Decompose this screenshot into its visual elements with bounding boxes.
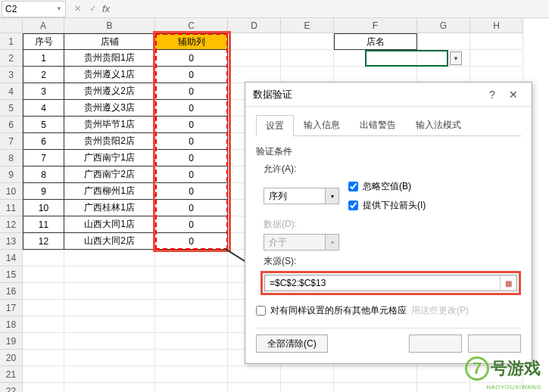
cell[interactable]: 11 <box>23 216 64 233</box>
cell[interactable] <box>64 300 155 316</box>
cell[interactable] <box>334 50 417 67</box>
cell[interactable]: 5 <box>23 117 64 133</box>
cell[interactable] <box>155 383 228 392</box>
cell[interactable]: 序号 <box>23 33 64 50</box>
cell[interactable]: 贵州遵义1店 <box>64 67 155 83</box>
column-header-b[interactable]: B <box>64 18 155 33</box>
cell[interactable]: 0 <box>155 83 228 100</box>
cell[interactable] <box>228 67 281 83</box>
cell[interactable] <box>23 350 64 366</box>
column-header-d[interactable]: D <box>228 18 281 33</box>
cell[interactable]: 山西大同2店 <box>64 233 155 250</box>
ok-button[interactable] <box>409 334 462 353</box>
cell[interactable] <box>417 50 470 67</box>
cell[interactable] <box>470 50 523 67</box>
cell[interactable] <box>417 33 470 50</box>
row-header[interactable]: 12 <box>0 216 23 233</box>
cell[interactable]: 4 <box>23 100 64 117</box>
dropdown-arrow-icon[interactable]: ▼ <box>450 51 462 65</box>
row-header[interactable]: 3 <box>0 67 23 83</box>
chevron-down-icon[interactable]: ▼ <box>56 5 62 12</box>
column-header-f[interactable]: F <box>334 18 417 33</box>
cell[interactable]: 0 <box>155 133 228 150</box>
row-header[interactable]: 11 <box>0 200 23 216</box>
range-picker-icon[interactable]: ▦ <box>500 275 516 291</box>
row-header[interactable]: 16 <box>0 283 23 300</box>
cell[interactable]: 0 <box>155 150 228 166</box>
cell[interactable] <box>23 366 64 383</box>
cell[interactable] <box>23 316 64 333</box>
ignore-blank-checkbox[interactable]: 忽略空值(B) <box>348 180 426 193</box>
row-header[interactable]: 14 <box>0 250 23 266</box>
row-header[interactable]: 19 <box>0 333 23 350</box>
cell[interactable] <box>64 350 155 366</box>
row-header[interactable]: 7 <box>0 133 23 150</box>
in-cell-dropdown-checkbox[interactable]: 提供下拉箭头(I) <box>348 199 426 212</box>
help-icon[interactable]: ? <box>482 89 503 101</box>
cell[interactable]: 0 <box>155 166 228 183</box>
row-header[interactable]: 5 <box>0 100 23 117</box>
chevron-down-icon[interactable]: ▾ <box>325 188 338 204</box>
cell[interactable] <box>155 266 228 283</box>
cell[interactable] <box>417 67 470 83</box>
cell[interactable]: 0 <box>155 233 228 250</box>
cell[interactable] <box>470 67 523 83</box>
tab-settings[interactable]: 设置 <box>256 115 294 136</box>
cell[interactable] <box>228 33 281 50</box>
cell[interactable]: 店铺 <box>64 33 155 50</box>
tab-input-message[interactable]: 输入信息 <box>294 114 350 135</box>
cell[interactable]: 9 <box>23 183 64 200</box>
cell[interactable] <box>281 50 334 67</box>
cell[interactable] <box>23 266 64 283</box>
cell[interactable]: 7 <box>23 150 64 166</box>
cell[interactable]: 0 <box>155 200 228 216</box>
cell[interactable] <box>228 366 281 383</box>
column-header-c[interactable]: C <box>155 18 228 33</box>
close-icon[interactable]: ✕ <box>503 89 524 101</box>
cell[interactable] <box>64 250 155 266</box>
cell[interactable] <box>64 283 155 300</box>
row-header[interactable]: 21 <box>0 366 23 383</box>
cell[interactable]: 辅助列 <box>155 33 228 50</box>
cell[interactable] <box>228 383 281 392</box>
cell[interactable] <box>281 383 334 392</box>
cell[interactable] <box>64 266 155 283</box>
cell[interactable] <box>64 366 155 383</box>
cell[interactable]: 店名 <box>334 33 417 50</box>
cell[interactable]: 广西桂林1店 <box>64 200 155 216</box>
tab-error-alert[interactable]: 出错警告 <box>350 114 406 135</box>
row-header[interactable]: 8 <box>0 150 23 166</box>
row-header[interactable]: 18 <box>0 316 23 333</box>
apply-all-checkbox[interactable]: 对有同样设置的所有其他单元格应用这些更改(P) <box>256 304 521 317</box>
checkbox-input[interactable] <box>348 201 358 210</box>
cell[interactable] <box>281 366 334 383</box>
column-header-e[interactable]: E <box>281 18 334 33</box>
cell[interactable]: 0 <box>155 100 228 117</box>
cell[interactable]: 贵州遵义3店 <box>64 100 155 117</box>
cell[interactable]: 广西南宁1店 <box>64 150 155 166</box>
cell[interactable] <box>281 67 334 83</box>
column-header-h[interactable]: H <box>470 18 523 33</box>
row-header[interactable]: 4 <box>0 83 23 100</box>
tab-ime-mode[interactable]: 输入法模式 <box>406 114 471 135</box>
cell[interactable]: 10 <box>23 200 64 216</box>
select-all-corner[interactable] <box>0 18 23 33</box>
row-header[interactable]: 1 <box>0 33 23 50</box>
allow-select[interactable]: 序列 ▾ <box>264 188 339 204</box>
column-header-a[interactable]: A <box>23 18 64 33</box>
cell[interactable] <box>155 250 228 266</box>
cell[interactable] <box>470 33 523 50</box>
checkbox-input[interactable] <box>348 182 358 191</box>
cell[interactable]: 广西柳州1店 <box>64 183 155 200</box>
cell[interactable]: 12 <box>23 233 64 250</box>
cell[interactable]: 山西大同1店 <box>64 216 155 233</box>
row-header[interactable]: 20 <box>0 350 23 366</box>
cell[interactable] <box>281 33 334 50</box>
cell[interactable]: 0 <box>155 117 228 133</box>
cell[interactable] <box>155 350 228 366</box>
clear-all-button[interactable]: 全部清除(C) <box>256 334 328 353</box>
cell[interactable]: 贵州贵阳1店 <box>64 50 155 67</box>
cell[interactable] <box>23 250 64 266</box>
source-input[interactable] <box>265 278 500 288</box>
checkbox-input[interactable] <box>256 306 266 316</box>
